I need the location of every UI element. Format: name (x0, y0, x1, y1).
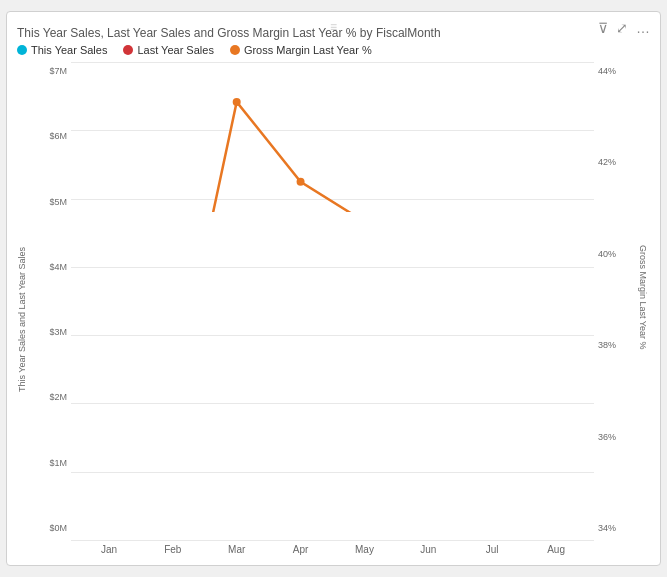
legend-item: Gross Margin Last Year % (230, 44, 372, 56)
y-left-label: $0M (49, 523, 67, 533)
x-label: Mar (209, 541, 265, 555)
bar-group (400, 62, 456, 541)
x-label: Jul (464, 541, 520, 555)
chart-main: JanFebMarAprMayJunJulAug (71, 62, 594, 555)
x-label: May (337, 541, 393, 555)
bar-group (273, 62, 329, 541)
bar-group (81, 62, 137, 541)
chart-card: ≡ ⊽ ⤢ … This Year Sales, Last Year Sales… (6, 11, 661, 566)
y-right-label: 44% (598, 66, 616, 76)
y-right-label: 36% (598, 432, 616, 442)
y-left-label: $3M (49, 327, 67, 337)
x-axis: JanFebMarAprMayJunJulAug (71, 541, 594, 555)
plot-area (71, 62, 594, 541)
drag-handle[interactable]: ≡ (330, 20, 337, 34)
y-right-label: 42% (598, 157, 616, 167)
x-label: Feb (145, 541, 201, 555)
x-label: Apr (273, 541, 329, 555)
y-left-label: $2M (49, 392, 67, 402)
bar-group (528, 62, 584, 541)
x-label: Aug (528, 541, 584, 555)
y-right-label: 40% (598, 249, 616, 259)
legend-dot (123, 45, 133, 55)
y-right-label: 38% (598, 340, 616, 350)
legend: This Year SalesLast Year SalesGross Marg… (17, 44, 648, 56)
legend-item: This Year Sales (17, 44, 107, 56)
y-left-label: $4M (49, 262, 67, 272)
bar-group (145, 62, 201, 541)
y-axis-right: 34%36%38%40%42%44% (594, 62, 638, 555)
legend-dot (230, 45, 240, 55)
y-left-label: $5M (49, 197, 67, 207)
bar-group (337, 62, 393, 541)
legend-item: Last Year Sales (123, 44, 213, 56)
legend-dot (17, 45, 27, 55)
bars-container (71, 62, 594, 541)
expand-icon[interactable]: ⤢ (616, 20, 628, 36)
bar-group (464, 62, 520, 541)
legend-label: Last Year Sales (137, 44, 213, 56)
y-left-label: $7M (49, 66, 67, 76)
legend-label: This Year Sales (31, 44, 107, 56)
y-left-label: $6M (49, 131, 67, 141)
filter-icon[interactable]: ⊽ (598, 20, 608, 36)
chart-wrapper: This Year Sales and Last Year Sales $0M$… (17, 62, 648, 555)
x-label: Jan (81, 541, 137, 555)
y-right-label: 34% (598, 523, 616, 533)
right-axis-title: Gross Margin Last Year % (638, 62, 648, 555)
left-axis-title: This Year Sales and Last Year Sales (17, 62, 27, 555)
y-left-label: $1M (49, 458, 67, 468)
toolbar: ⊽ ⤢ … (598, 20, 650, 36)
bar-group (209, 62, 265, 541)
more-icon[interactable]: … (636, 20, 650, 36)
y-axis-left: $0M$1M$2M$3M$4M$5M$6M$7M (27, 62, 71, 555)
legend-label: Gross Margin Last Year % (244, 44, 372, 56)
x-label: Jun (400, 541, 456, 555)
